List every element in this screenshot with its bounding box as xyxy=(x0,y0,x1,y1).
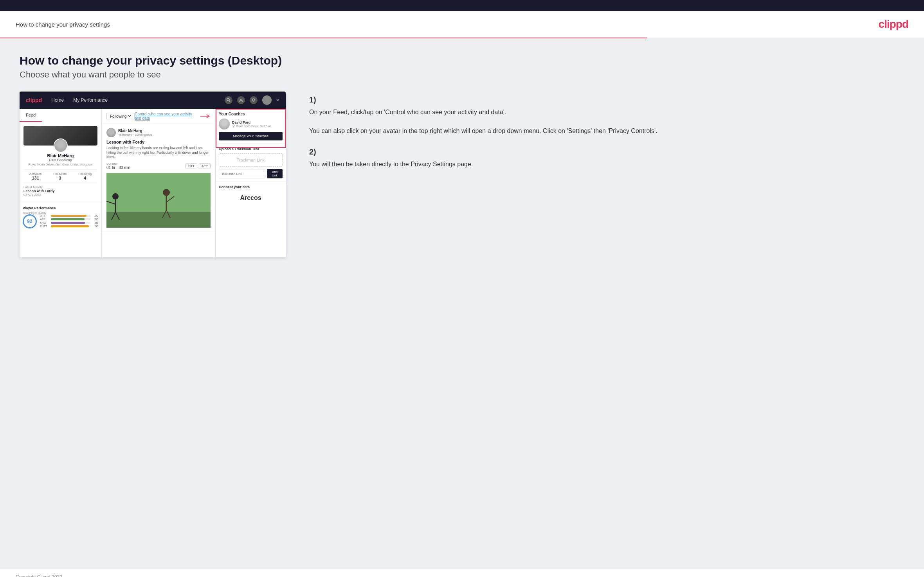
coach-club: Royal North Devon Golf Club xyxy=(232,124,271,128)
stat-followers-label: Followers xyxy=(53,172,67,176)
bar-ott-track xyxy=(51,215,90,217)
tpq-label: Total Player Quality xyxy=(23,212,98,214)
profile-stats: Activities 131 Followers 3 Following 4 xyxy=(23,169,97,183)
nav-my-performance[interactable]: My Performance xyxy=(73,97,108,103)
app-body: Feed Blair McHarg Plus Handicap Royal No… xyxy=(20,109,286,257)
main-subheading: Choose what you want people to see xyxy=(20,70,904,80)
instruction-2-number: 2) xyxy=(309,147,904,156)
location-icon xyxy=(232,124,235,128)
bar-arg-label: ARG xyxy=(40,221,49,224)
profile-background xyxy=(23,126,97,146)
bar-arg-fill xyxy=(51,222,85,224)
stat-followers-value: 3 xyxy=(53,176,67,180)
stat-following-value: 4 xyxy=(78,176,92,180)
svg-line-1 xyxy=(229,101,231,102)
bar-arg-value: 86 xyxy=(92,221,98,224)
trackman-input[interactable] xyxy=(219,169,265,178)
manage-coaches-button[interactable]: Manage Your Coaches xyxy=(219,132,283,140)
stat-following-label: Following xyxy=(78,172,92,176)
tpq-content: 92 OTT 90 APP 85 xyxy=(23,214,98,228)
connect-title: Connect your data xyxy=(219,185,283,189)
bar-ott: OTT 90 xyxy=(40,214,98,217)
stat-activities-value: 131 xyxy=(29,176,42,180)
main-content: How to change your privacy settings (Des… xyxy=(0,38,924,568)
notification-icon[interactable] xyxy=(250,96,258,104)
main-heading: How to change your privacy settings (Des… xyxy=(20,54,904,67)
app-sidebar: Feed Blair McHarg Plus Handicap Royal No… xyxy=(20,109,102,257)
instruction-1-number: 1) xyxy=(309,95,904,104)
page-title: How to change your privacy settings xyxy=(16,21,110,28)
stat-following: Following 4 xyxy=(78,172,92,180)
bar-app-fill xyxy=(51,218,85,220)
bar-ott-value: 90 xyxy=(92,214,98,217)
bar-arg: ARG 86 xyxy=(40,221,98,224)
instruction-1-text: On your Feed, click/tap on 'Control who … xyxy=(309,108,904,136)
content-wrapper: clippd Home My Performance xyxy=(20,92,904,257)
score-circle: 92 xyxy=(23,214,37,228)
search-icon[interactable] xyxy=(225,96,232,104)
stat-activities-label: Activities xyxy=(29,172,42,176)
post-title: Lesson with Fordy xyxy=(106,140,211,144)
player-performance: Player Performance Total Player Quality … xyxy=(20,203,101,232)
connect-section: Connect your data Arccos xyxy=(216,182,286,208)
post-avatar xyxy=(106,128,116,137)
latest-label: Latest Activity xyxy=(23,185,97,189)
duration-value: 01 hr : 30 min xyxy=(106,165,130,170)
coaches-title: Your Coaches xyxy=(219,112,283,116)
trackman-section: Upload a Trackman Test Trackman Link Add… xyxy=(216,144,286,182)
bar-putt: PUTT 96 xyxy=(40,225,98,228)
clippd-logo: clippd xyxy=(879,18,908,31)
chevron-down-icon xyxy=(276,99,279,102)
profile-name: Blair McHarg xyxy=(23,153,97,158)
duration-row: Duration 01 hr : 30 min OTT APP xyxy=(106,162,211,170)
coach-item: David Ford Royal North Devon Golf Club xyxy=(219,119,283,129)
app-logo: clippd xyxy=(26,97,42,103)
feed-tab[interactable]: Feed xyxy=(20,109,42,122)
coaches-section: Your Coaches David Ford Royal North Devo… xyxy=(216,109,286,144)
bar-putt-value: 96 xyxy=(92,225,98,228)
footer: Copyright Clippd 2022 xyxy=(0,568,924,577)
post-image xyxy=(106,173,211,228)
add-link-button[interactable]: Add Link xyxy=(267,169,283,178)
tag-app: APP xyxy=(199,163,211,169)
trackman-placeholder: Trackman Link xyxy=(219,153,283,167)
post-image-svg xyxy=(106,173,211,228)
post-author-location: Yesterday · Sunningdale xyxy=(118,133,152,137)
instruction-2: 2) You will then be taken directly to th… xyxy=(309,147,904,169)
latest-date: 03 Aug 2022 xyxy=(23,193,97,196)
app-screenshot: clippd Home My Performance xyxy=(20,92,286,257)
header: How to change your privacy settings clip… xyxy=(0,11,924,38)
svg-point-16 xyxy=(233,125,234,126)
duration-info: Duration 01 hr : 30 min xyxy=(106,162,130,170)
svg-point-6 xyxy=(112,193,119,200)
stat-activities: Activities 131 xyxy=(29,172,42,180)
control-link[interactable]: Control who can see your activity and da… xyxy=(135,112,199,120)
bar-app: APP 85 xyxy=(40,218,98,221)
following-chevron-icon xyxy=(128,115,131,118)
tag-row: OTT APP xyxy=(186,163,211,169)
svg-rect-5 xyxy=(106,212,211,228)
bar-putt-track xyxy=(51,225,90,227)
tag-ott: OTT xyxy=(186,163,197,169)
post-author-info: Blair McHarg Yesterday · Sunningdale xyxy=(118,129,152,137)
bar-app-label: APP xyxy=(40,218,49,221)
bar-ott-label: OTT xyxy=(40,214,49,217)
following-button[interactable]: Following xyxy=(106,113,135,120)
svg-point-11 xyxy=(163,189,170,196)
app-main: Following Control who can see your activ… xyxy=(102,109,215,257)
app-right-panel: Your Coaches David Ford Royal North Devo… xyxy=(215,109,286,257)
avatar-button[interactable] xyxy=(262,95,272,105)
user-icon[interactable] xyxy=(237,96,245,104)
latest-activity: Latest Activity Lesson with Fordy 03 Aug… xyxy=(23,183,97,199)
duration-label: Duration xyxy=(106,162,130,165)
nav-home[interactable]: Home xyxy=(51,97,64,103)
bar-putt-label: PUTT xyxy=(40,225,49,228)
bar-arg-track xyxy=(51,222,90,224)
bars-list: OTT 90 APP 85 ARG xyxy=(40,214,98,228)
top-bar xyxy=(0,0,924,11)
instruction-2-text: You will then be taken directly to the P… xyxy=(309,160,904,169)
feed-header: Following Control who can see your activ… xyxy=(102,109,215,124)
profile-card: Blair McHarg Plus Handicap Royal North D… xyxy=(20,122,101,203)
instructions-panel: 1) On your Feed, click/tap on 'Control w… xyxy=(301,92,904,181)
copyright-text: Copyright Clippd 2022 xyxy=(16,574,62,577)
